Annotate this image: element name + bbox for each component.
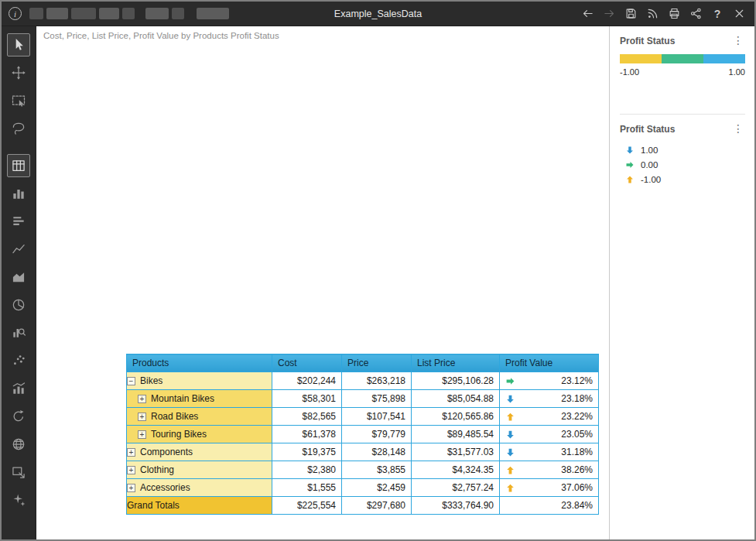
value-cell[interactable]: $263,218 bbox=[342, 372, 412, 390]
value-cell[interactable]: $85,054.88 bbox=[412, 390, 500, 408]
value-cell[interactable]: $61,378 bbox=[272, 426, 342, 443]
obscured-menu-item[interactable] bbox=[99, 8, 119, 19]
product-cell[interactable]: +Clothing bbox=[127, 461, 272, 479]
product-cell[interactable]: Grand Totals bbox=[127, 497, 272, 515]
print-button[interactable] bbox=[667, 7, 681, 21]
expander-toggle[interactable]: + bbox=[127, 484, 135, 492]
tool-lasso-select-tool[interactable] bbox=[7, 117, 30, 140]
legend-menu-icon[interactable]: ⋮ bbox=[731, 124, 745, 133]
back-button[interactable] bbox=[580, 7, 594, 21]
column-header[interactable]: Profit Value bbox=[500, 354, 599, 372]
obscured-menu-item[interactable] bbox=[29, 8, 43, 19]
tool-export-image[interactable] bbox=[7, 461, 30, 484]
tool-pie-chart[interactable] bbox=[7, 293, 30, 317]
obscured-menu-item[interactable] bbox=[145, 8, 169, 19]
tool-bar-chart[interactable] bbox=[7, 182, 30, 205]
tool-move-tool[interactable] bbox=[7, 61, 30, 84]
gradient-segment bbox=[620, 54, 662, 63]
column-header[interactable]: Cost bbox=[272, 354, 342, 372]
value-cell[interactable]: $225,554 bbox=[272, 497, 342, 515]
forward-button[interactable] bbox=[602, 7, 616, 21]
up-arrow-icon bbox=[505, 412, 515, 422]
value-cell[interactable]: $202,244 bbox=[272, 372, 342, 390]
value-cell[interactable]: $107,541 bbox=[342, 408, 412, 426]
value-cell[interactable]: $297,680 bbox=[342, 497, 412, 515]
profit-value-cell[interactable]: 37.06% bbox=[500, 479, 599, 497]
value-cell[interactable]: $19,375 bbox=[272, 443, 342, 461]
value-cell[interactable]: $2,380 bbox=[272, 461, 342, 479]
legend-item[interactable]: 0.00 bbox=[620, 157, 745, 172]
value-cell[interactable]: $82,565 bbox=[272, 408, 342, 426]
profit-value-cell[interactable]: 31.18% bbox=[500, 443, 599, 461]
product-cell[interactable]: +Accessories bbox=[127, 479, 272, 497]
value-cell[interactable]: $3,855 bbox=[342, 461, 412, 479]
legend-item[interactable]: -1.00 bbox=[620, 172, 745, 187]
tool-combination-chart[interactable] bbox=[7, 377, 30, 400]
tool-rotate-tool[interactable] bbox=[7, 405, 30, 428]
profit-value-cell[interactable]: 23.05% bbox=[500, 426, 599, 443]
tool-cross-table[interactable] bbox=[7, 154, 30, 177]
value-cell[interactable]: $4,324.35 bbox=[412, 461, 500, 479]
tool-chart-zoom[interactable] bbox=[7, 321, 30, 344]
expander-toggle[interactable]: + bbox=[138, 413, 146, 421]
tool-map-chart[interactable] bbox=[7, 433, 30, 456]
tool-sidebar bbox=[2, 26, 36, 539]
share-button[interactable] bbox=[689, 7, 703, 21]
tool-scatter-plot[interactable] bbox=[7, 349, 30, 372]
subscribe-button[interactable] bbox=[645, 7, 659, 21]
value-cell[interactable]: $2,459 bbox=[342, 479, 412, 497]
value-cell[interactable]: $89,485.54 bbox=[412, 426, 500, 443]
value-cell[interactable]: $120,565.86 bbox=[412, 408, 500, 426]
value-cell[interactable]: $295,106.28 bbox=[412, 372, 500, 390]
print-icon bbox=[668, 7, 681, 20]
column-header[interactable]: List Price bbox=[412, 354, 500, 372]
profit-value-cell[interactable]: 23.84% bbox=[500, 497, 599, 515]
expander-toggle[interactable]: + bbox=[127, 466, 135, 474]
expander-toggle[interactable]: − bbox=[127, 377, 135, 385]
expander-toggle[interactable]: + bbox=[138, 430, 146, 439]
table-row: +Touring Bikes$61,378$79,779$89,485.5423… bbox=[127, 426, 599, 443]
product-cell[interactable]: +Road Bikes bbox=[127, 408, 272, 426]
obscured-menu-item[interactable] bbox=[172, 8, 184, 19]
obscured-menu-item[interactable] bbox=[122, 8, 135, 19]
value-cell[interactable]: $1,555 bbox=[272, 479, 342, 497]
profit-value-cell[interactable]: 38.26% bbox=[500, 461, 599, 479]
product-cell[interactable]: −Bikes bbox=[127, 372, 272, 390]
tool-sparkle-tool[interactable] bbox=[7, 488, 30, 512]
expander-toggle[interactable]: + bbox=[127, 448, 135, 457]
product-cell[interactable]: +Touring Bikes bbox=[127, 426, 272, 443]
close-button[interactable] bbox=[732, 7, 746, 21]
obscured-menu-item[interactable] bbox=[46, 8, 68, 19]
value-cell[interactable]: $79,779 bbox=[342, 426, 412, 443]
legend-menu-icon[interactable]: ⋮ bbox=[731, 36, 745, 45]
value-cell[interactable]: $31,577.03 bbox=[412, 443, 500, 461]
table-row: +Road Bikes$82,565$107,541$120,565.8623.… bbox=[127, 408, 599, 426]
value-cell[interactable]: $333,764.90 bbox=[412, 497, 500, 515]
help-button[interactable]: ? bbox=[710, 7, 724, 21]
profit-value-cell[interactable]: 23.18% bbox=[500, 390, 599, 408]
value-cell[interactable]: $75,898 bbox=[342, 390, 412, 408]
column-header[interactable]: Products bbox=[127, 354, 272, 372]
tool-summary-table[interactable] bbox=[7, 210, 30, 233]
tool-area-chart[interactable] bbox=[7, 265, 30, 289]
map-chart-icon bbox=[11, 437, 26, 452]
profit-value-cell[interactable]: 23.12% bbox=[500, 372, 599, 390]
value-cell[interactable]: $58,301 bbox=[272, 390, 342, 408]
profit-value-cell[interactable]: 23.22% bbox=[500, 408, 599, 426]
obscured-menu-item[interactable] bbox=[197, 8, 229, 19]
tool-marquee-select-tool[interactable] bbox=[7, 89, 30, 112]
legend-item[interactable]: 1.00 bbox=[620, 142, 745, 157]
product-cell[interactable]: +Components bbox=[127, 443, 272, 461]
expander-toggle[interactable]: + bbox=[138, 395, 146, 403]
info-icon[interactable]: i bbox=[9, 7, 22, 20]
column-header[interactable]: Price bbox=[342, 354, 412, 372]
value-cell[interactable]: $2,757.24 bbox=[412, 479, 500, 497]
tool-line-chart[interactable] bbox=[7, 238, 30, 261]
value-cell[interactable]: $28,148 bbox=[342, 443, 412, 461]
save-button[interactable] bbox=[624, 7, 638, 21]
tool-pointer-tool[interactable] bbox=[7, 33, 30, 56]
product-cell[interactable]: +Mountain Bikes bbox=[127, 390, 272, 408]
obscured-menu-item[interactable] bbox=[71, 8, 96, 19]
subscribe-icon bbox=[646, 7, 659, 20]
product-label: Touring Bikes bbox=[151, 429, 207, 440]
